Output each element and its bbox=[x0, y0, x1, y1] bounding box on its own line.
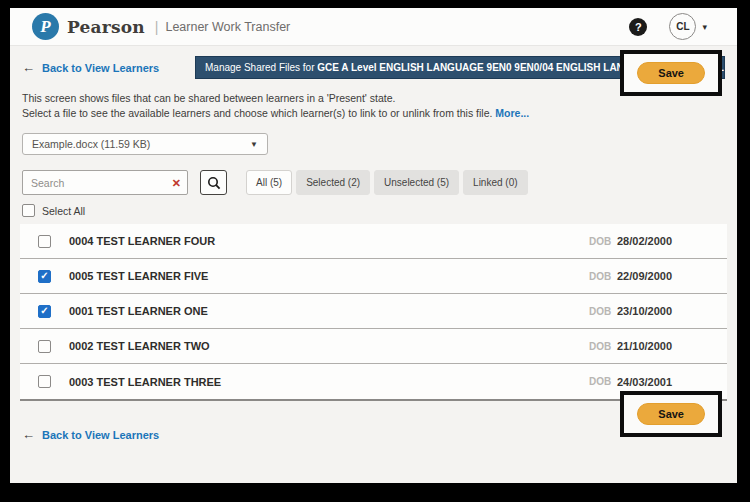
brand-name: Pearson bbox=[67, 17, 145, 37]
filter-all[interactable]: All (5) bbox=[246, 170, 292, 195]
intro-line1: This screen shows files that can be shar… bbox=[22, 92, 395, 104]
save-highlight-box-bottom: Save bbox=[620, 391, 722, 437]
back-link-label: Back to View Learners bbox=[42, 62, 159, 74]
learner-row: 0002 TEST LEARNER TWO DOB 21/10/2000 bbox=[20, 329, 727, 364]
learner-checkbox[interactable] bbox=[38, 375, 51, 388]
save-button-bottom[interactable]: Save bbox=[637, 403, 705, 425]
dob-value: 21/10/2000 bbox=[617, 340, 679, 352]
brand: P Pearson | Learner Work Transfer bbox=[32, 13, 290, 40]
select-all-checkbox[interactable] bbox=[22, 204, 35, 217]
learner-checkbox[interactable] bbox=[38, 340, 51, 353]
dob-value: 24/03/2001 bbox=[617, 376, 679, 388]
save-highlight-box-top: Save bbox=[620, 50, 722, 96]
filter-linked[interactable]: Linked (0) bbox=[463, 170, 527, 195]
learner-name: 0003 TEST LEARNER THREE bbox=[69, 376, 589, 388]
search-filter-row: ✕ All (5) Selected (2) Unselected (5) Li… bbox=[22, 170, 725, 195]
clear-search-icon[interactable]: ✕ bbox=[172, 177, 181, 188]
back-link-label: Back to View Learners bbox=[42, 429, 159, 441]
learner-list: 0004 TEST LEARNER FOUR DOB 28/02/2000 00… bbox=[20, 224, 727, 401]
learner-row: 0001 TEST LEARNER ONE DOB 23/10/2000 bbox=[20, 294, 727, 329]
back-to-view-learners-link-top[interactable]: ← Back to View Learners bbox=[22, 60, 159, 75]
search-input[interactable] bbox=[22, 170, 188, 195]
chevron-down-icon[interactable]: ▾ bbox=[702, 22, 707, 32]
pearson-logo-letter: P bbox=[40, 18, 50, 35]
search-box: ✕ bbox=[22, 170, 188, 195]
dob-label: DOB bbox=[589, 271, 617, 282]
dob-value: 28/02/2000 bbox=[617, 235, 679, 247]
file-select-dropdown[interactable]: Example.docx (11.59 KB) ▼ bbox=[22, 133, 268, 155]
dob-value: 23/10/2000 bbox=[617, 305, 679, 317]
app-window: P Pearson | Learner Work Transfer ? CL ▾… bbox=[10, 8, 737, 483]
back-to-view-learners-link-bottom[interactable]: ← Back to View Learners bbox=[22, 427, 159, 442]
more-link[interactable]: More... bbox=[495, 107, 529, 119]
learner-checkbox[interactable] bbox=[38, 305, 51, 318]
learner-checkbox[interactable] bbox=[38, 235, 51, 248]
filter-selected[interactable]: Selected (2) bbox=[296, 170, 370, 195]
learner-name: 0005 TEST LEARNER FIVE bbox=[69, 270, 589, 282]
dob-label: DOB bbox=[589, 376, 617, 387]
back-arrow-icon: ← bbox=[22, 427, 35, 442]
select-all-label: Select All bbox=[42, 205, 85, 217]
brand-divider: | bbox=[155, 19, 159, 35]
main-content: ← Back to View Learners Manage Shared Fi… bbox=[10, 56, 737, 443]
search-icon bbox=[207, 176, 221, 190]
dob-label: DOB bbox=[589, 236, 617, 247]
app-header: P Pearson | Learner Work Transfer ? CL ▾ bbox=[10, 8, 737, 46]
save-button-top[interactable]: Save bbox=[637, 62, 705, 84]
app-title: Learner Work Transfer bbox=[165, 20, 290, 34]
learner-checkbox[interactable] bbox=[38, 270, 51, 283]
avatar[interactable]: CL bbox=[669, 13, 696, 40]
help-icon[interactable]: ? bbox=[629, 18, 647, 36]
filter-chips: All (5) Selected (2) Unselected (5) Link… bbox=[246, 170, 528, 195]
file-select-value: Example.docx (11.59 KB) bbox=[32, 138, 250, 150]
intro-line2: Select a file to see the available learn… bbox=[22, 107, 492, 119]
dob-label: DOB bbox=[589, 341, 617, 352]
dob-label: DOB bbox=[589, 306, 617, 317]
learner-row: 0004 TEST LEARNER FOUR DOB 28/02/2000 bbox=[20, 224, 727, 259]
banner-prefix: Manage Shared Files for bbox=[205, 62, 317, 73]
learner-name: 0002 TEST LEARNER TWO bbox=[69, 340, 589, 352]
chevron-down-icon: ▼ bbox=[250, 140, 258, 149]
filter-unselected[interactable]: Unselected (5) bbox=[374, 170, 459, 195]
learner-name: 0001 TEST LEARNER ONE bbox=[69, 305, 589, 317]
select-all[interactable]: Select All bbox=[22, 204, 725, 217]
pearson-logo-icon: P bbox=[32, 13, 59, 40]
dob-value: 22/09/2000 bbox=[617, 270, 679, 282]
intro-text: This screen shows files that can be shar… bbox=[22, 91, 582, 121]
learner-row: 0005 TEST LEARNER FIVE DOB 22/09/2000 bbox=[20, 259, 727, 294]
topbar-right: ? CL ▾ bbox=[629, 13, 707, 40]
learner-name: 0004 TEST LEARNER FOUR bbox=[69, 235, 589, 247]
search-button[interactable] bbox=[200, 170, 227, 195]
back-arrow-icon: ← bbox=[22, 60, 35, 75]
